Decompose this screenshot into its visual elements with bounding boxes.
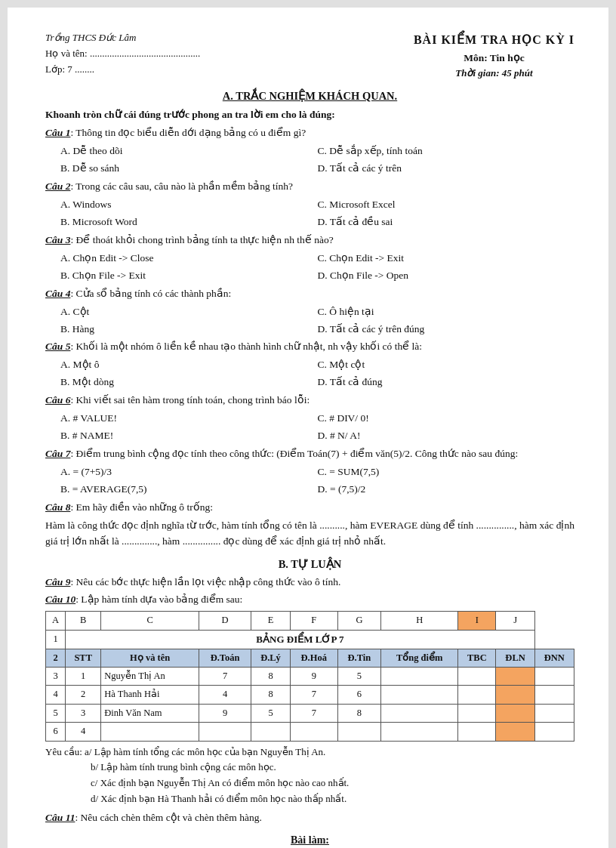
row-5-tin: 8 xyxy=(337,704,380,722)
col-f: F xyxy=(290,612,337,630)
row-5-name: Đinh Văn Nam xyxy=(101,704,199,722)
col-j: J xyxy=(496,612,534,630)
row-4-toan: 4 xyxy=(199,686,251,704)
row-6-ly xyxy=(251,723,291,741)
row-5-stt: 3 xyxy=(66,704,101,722)
q2-option-c: C. Microsoft Excel xyxy=(318,196,575,214)
req-d: d/ Xác định bạn Hà Thanh hải có điểm môn… xyxy=(91,791,574,807)
school-name: Trồng THCS Đức Lâm xyxy=(45,30,200,46)
row-5-dnn xyxy=(534,704,574,722)
exam-subject: Môn: Tin học xyxy=(414,50,574,66)
row-6-toan xyxy=(199,723,251,741)
question-11: Câu 11: Nêu cách chèn thêm cột và chèn t… xyxy=(45,810,574,826)
question-3: Câu 3: Để thoát khỏi chong trình bảng tí… xyxy=(45,233,574,248)
section-b-title: B. TỰ LUẬN xyxy=(45,556,574,572)
req-b: b/ Lập hàm tính trung bình cộng các môn … xyxy=(91,760,574,776)
row-6-num: 6 xyxy=(46,723,66,741)
q1-option-d: D. Tất cả các ý trên xyxy=(318,160,575,177)
q2-option-b: B. Microsoft Word xyxy=(60,214,318,231)
section-a-title: A. TRẮC NGHIỆM KHÁCH QUAN. xyxy=(45,88,574,104)
row-4-hoa: 7 xyxy=(290,686,337,704)
q4-option-c: C. Ô hiện tại xyxy=(318,304,575,321)
q1-options: A. Dễ theo dõi C. Dễ sắp xếp, tính toán … xyxy=(60,143,574,177)
row-3-toan: 7 xyxy=(199,668,251,686)
q6-label: Câu 6 xyxy=(45,394,70,405)
q6-option-c: C. # DIV/ 0! xyxy=(318,410,575,427)
row-3-dnn xyxy=(534,668,574,686)
q9-text: : Nêu các bớc thực hiện lần lọt việc nhậ… xyxy=(70,576,340,587)
data-row-4: 6 4 xyxy=(46,723,574,741)
q4-label: Câu 4 xyxy=(45,288,70,299)
row-3-stt: 1 xyxy=(66,668,101,686)
row-4-num: 4 xyxy=(46,686,66,704)
q6-text: : Khi viết sai tên hàm trong tính toán, … xyxy=(70,394,310,405)
q4-text: : Cửa sổ bảng tính có các thành phần: xyxy=(70,288,231,299)
row-6-tin xyxy=(337,723,380,741)
q7-option-c: C. = SUM(7,5) xyxy=(318,464,575,481)
score-table: A B C D E F G H I J 1 BẢNG ĐIỂM LỚP 7 2 … xyxy=(45,611,574,741)
table-title: BẢNG ĐIỂM LỚP 7 xyxy=(66,630,535,649)
q4-option-b: B. Hàng xyxy=(60,321,318,338)
q1-option-a: A. Dễ theo dõi xyxy=(60,143,318,160)
q3-options: A. Chọn Edit -> Close C. Chọn Edit -> Ex… xyxy=(60,250,574,285)
col-a: A xyxy=(46,612,66,630)
row-1: 1 BẢNG ĐIỂM LỚP 7 xyxy=(46,630,574,649)
q8-text: : Em hãy điền vào những ô trống: xyxy=(70,501,213,513)
question-6: Câu 6: Khi viết sai tên hàm trong tính t… xyxy=(45,393,574,409)
q1-text: : Thông tin đọc biểu diễn dới dạng bảng … xyxy=(70,127,306,138)
q10-label: Câu 10 xyxy=(45,594,75,605)
header-left: Trồng THCS Đức Lâm Họ và tên: ..........… xyxy=(45,30,200,82)
question-2: Câu 2: Trong các câu sau, câu nào là phầ… xyxy=(45,179,574,195)
instruction: Khoanh tròn chữ cái đúng trước phong an … xyxy=(45,107,574,123)
q6-options: A. # VALUE! C. # DIV/ 0! B. # NAME! D. #… xyxy=(60,410,574,445)
row-3-hoa: 9 xyxy=(290,668,337,686)
row-4-tbc xyxy=(458,686,496,704)
req-a: Yêu cầu: a/ Lập hàm tính tổng các môn họ… xyxy=(45,745,574,760)
q11-label: Câu 11 xyxy=(45,812,75,823)
row-1-num: 1 xyxy=(46,630,66,649)
row-5-ly: 5 xyxy=(251,704,291,722)
q1-label: Câu 1 xyxy=(45,127,70,138)
q7-option-b: B. = AVERAGE(7,5) xyxy=(60,481,318,498)
row-4-tin: 6 xyxy=(337,686,380,704)
data-row-3: 5 3 Đinh Văn Nam 9 5 7 8 xyxy=(46,704,574,722)
exam-title: BÀI KIỂM TRA HỌC KỲ I xyxy=(414,30,574,50)
q7-option-a: A. = (7+5)/3 xyxy=(60,464,318,481)
col-tongdiem: Tổng điểm xyxy=(381,649,458,667)
q7-options: A. = (7+5)/3 C. = SUM(7,5) B. = AVERAGE(… xyxy=(60,464,574,498)
q5-option-c: C. Một cột xyxy=(318,356,575,374)
header-right: BÀI KIỂM TRA HỌC KỲ I Môn: Tin học Thời … xyxy=(414,30,574,82)
q3-option-d: D. Chọn File -> Open xyxy=(318,267,575,285)
row-3-name: Nguyễn Thị An xyxy=(101,668,199,686)
q7-option-d: D. = (7,5)/2 xyxy=(318,481,575,498)
q5-text: : Khối là một nhóm ô liền kề nhau tạo th… xyxy=(70,341,422,352)
col-tin: Đ.Tin xyxy=(337,649,380,667)
col-e: E xyxy=(251,612,291,630)
q9-label: Câu 9 xyxy=(45,576,70,587)
questions-list: Câu 1: Thông tin đọc biểu diễn dới dạng … xyxy=(45,125,574,549)
row-6-dln xyxy=(496,723,534,741)
row-6-name xyxy=(101,723,199,741)
col-ly: Đ.Lý xyxy=(251,649,291,667)
row-5-toan: 9 xyxy=(199,704,251,722)
q8-fill: Hàm là công thức đọc định nghĩa từ trớc,… xyxy=(45,517,574,550)
col-tbc: TBC xyxy=(458,649,496,667)
q2-label: Câu 2 xyxy=(45,180,70,192)
question-4: Câu 4: Cửa sổ bảng tính có các thành phầ… xyxy=(45,286,574,302)
col-b: B xyxy=(66,612,101,630)
row-3-tong xyxy=(381,668,458,686)
col-header-row: A B C D E F G H I J xyxy=(46,612,574,630)
row-3-dln xyxy=(496,668,534,686)
q7-text: : Điểm trung bình cộng đọc tính theo côn… xyxy=(70,448,518,459)
row-6-tong xyxy=(381,723,458,741)
q2-options: A. Windows C. Microsoft Excel B. Microso… xyxy=(60,196,574,231)
row-4-ly: 8 xyxy=(251,686,291,704)
q5-option-a: A. Một ô xyxy=(60,356,318,374)
col-stt: STT xyxy=(66,649,101,667)
row-4-tong xyxy=(381,686,458,704)
data-row-2: 4 2 Hà Thanh Hải 4 8 7 6 xyxy=(46,686,574,704)
col-dln: ĐLN xyxy=(496,649,534,667)
row-4-dnn xyxy=(534,686,574,704)
col-name: Họ và tên xyxy=(101,649,199,667)
row-5-num: 5 xyxy=(46,704,66,722)
